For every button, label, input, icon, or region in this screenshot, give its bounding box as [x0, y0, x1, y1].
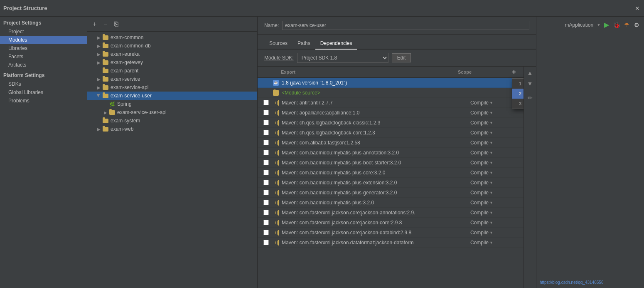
debug-icon: 🐞 [613, 22, 620, 28]
dep-checkbox[interactable] [263, 100, 269, 105]
sidebar-item-project[interactable]: Project [0, 27, 87, 36]
tree-item-exam-getewey[interactable]: ▶ exam-getewey [87, 58, 257, 67]
dep-check[interactable] [261, 200, 271, 205]
dep-checkbox[interactable] [263, 190, 269, 195]
dep-scope-mybatis-generator: Compile ▼ [470, 190, 520, 196]
tab-paths[interactable]: Paths [293, 38, 315, 50]
add-dep-button[interactable]: + [512, 68, 516, 75]
dep-check[interactable] [261, 240, 271, 245]
remove-module-button[interactable]: − [101, 20, 110, 28]
dep-checkbox[interactable] [263, 230, 269, 235]
tree-item-spring[interactable]: 🌿 Spring [87, 100, 257, 108]
dep-check[interactable] [261, 110, 271, 115]
edit-dep-button[interactable]: ✏ [526, 93, 535, 102]
sidebar-item-sdks[interactable]: SDKs [0, 80, 87, 88]
tree-label: Spring [117, 101, 132, 107]
dep-checkbox[interactable] [263, 180, 269, 185]
tree-label: exam-common [111, 35, 143, 40]
dep-row-mybatis-extension[interactable]: Maven: com.baomidou:mybatis-plus-extensi… [258, 178, 524, 188]
move-up-button[interactable]: ▲ [526, 68, 535, 77]
dep-check[interactable] [261, 180, 271, 185]
sdk-select[interactable]: Project SDK 1.8 [297, 53, 388, 63]
dep-row-logback-core[interactable]: Maven: ch.qos.logback:logback-core:1.2.3… [258, 128, 524, 138]
sidebar-item-global-libraries[interactable]: Global Libraries [0, 88, 87, 97]
dep-row-antlr[interactable]: Maven: antlr:antlr:2.7.7 Compile ▼ [258, 98, 524, 108]
dep-check[interactable] [261, 120, 271, 125]
dep-check[interactable] [261, 190, 271, 195]
add-module-button[interactable]: + [91, 20, 99, 28]
run-button[interactable]: ▶ [602, 21, 611, 29]
dep-checkbox[interactable] [263, 130, 269, 135]
tree-item-exam-common-db[interactable]: ▶ exam-common-db [87, 42, 257, 50]
dep-check[interactable] [261, 160, 271, 165]
sidebar-item-problems[interactable]: Problems [0, 97, 87, 105]
tab-sources[interactable]: Sources [264, 38, 293, 50]
tree-item-exam-service-user[interactable]: ▶ exam-service-user [87, 92, 257, 100]
coverage-button[interactable]: ☂ [622, 21, 631, 29]
tree-item-exam-parent[interactable]: ▶ exam-parent [87, 67, 257, 75]
dep-row-jackson-annotations[interactable]: Maven: com.fasterxml.jackson.core:jackso… [258, 208, 524, 218]
tree-label: exam-parent [111, 68, 138, 74]
sidebar-item-libraries[interactable]: Libraries [0, 44, 87, 52]
far-right-panel: mApplication ▼ ▶ 🐞 ☂ ⚙ https://blog.csdn… [536, 17, 644, 288]
dep-row-mybatis-generator[interactable]: Maven: com.baomidou:mybatis-plus-generat… [258, 188, 524, 198]
sdk-edit-button[interactable]: Edit [392, 53, 411, 62]
copy-module-button[interactable]: ⎘ [112, 20, 120, 28]
dep-row-jackson-dataformat[interactable]: Maven: com.fasterxml.jackson.dataformat:… [258, 238, 524, 248]
tree-item-exam-eureka[interactable]: ▶ exam-eureka [87, 50, 257, 58]
dep-checkbox[interactable] [263, 240, 269, 245]
dep-check[interactable] [261, 170, 271, 175]
dep-row-mybatis-plus[interactable]: Maven: com.baomidou:mybatis-plus:3.2.0 C… [258, 198, 524, 208]
dep-row-aopalliance[interactable]: Maven: aopalliance:aopalliance:1.0 Compi… [258, 108, 524, 118]
dep-row-jdk[interactable]: ☕ 1.8 (java version "1.8.0_201") [258, 78, 524, 88]
run-icon: ▶ [604, 21, 609, 29]
move-down-button[interactable]: ▼ [526, 79, 535, 88]
tree-item-exam-service-user-api[interactable]: ▶ exam-service-user-api [87, 108, 257, 117]
sidebar-item-modules[interactable]: Modules [0, 36, 87, 44]
dep-row-jackson-databind[interactable]: Maven: com.fasterxml.jackson.core:jackso… [258, 228, 524, 238]
dep-row-mybatis-core[interactable]: Maven: com.baomidou:mybatis-plus-core:3.… [258, 168, 524, 178]
dropdown-item-jars[interactable]: 1 JARs or directories... [512, 79, 524, 89]
debug-button[interactable]: 🐞 [612, 21, 621, 29]
dropdown-item-library[interactable]: 2 Library... [512, 89, 524, 99]
dep-row-jackson-core[interactable]: Maven: com.fasterxml.jackson.core:jackso… [258, 218, 524, 228]
right-action-panel: ▲ ▼ ✏ [524, 67, 536, 288]
close-button[interactable]: ✕ [634, 5, 641, 12]
dep-row-logback-classic[interactable]: Maven: ch.qos.logback:logback-classic:1.… [258, 118, 524, 128]
tree-item-exam-web[interactable]: ▶ exam-web [87, 125, 257, 133]
dep-name-mybatis-extension: Maven: com.baomidou:mybatis-plus-extensi… [282, 180, 470, 186]
tree-label: exam-service-user-api [117, 109, 167, 115]
dep-row-fastjson[interactable]: Maven: com.alibaba:fastjson:1.2.58 Compi… [258, 138, 524, 148]
sidebar-item-facets[interactable]: Facets [0, 52, 87, 61]
dep-check[interactable] [261, 150, 271, 155]
dep-checkbox[interactable] [263, 220, 269, 225]
tree-item-exam-service[interactable]: ▶ exam-service [87, 75, 257, 83]
dep-checkbox[interactable] [263, 210, 269, 215]
dep-check[interactable] [261, 100, 271, 105]
dep-checkbox[interactable] [263, 110, 269, 115]
dep-check[interactable] [261, 130, 271, 135]
dep-check[interactable] [261, 210, 271, 215]
dep-checkbox[interactable] [263, 150, 269, 155]
dep-checkbox[interactable] [263, 120, 269, 125]
dep-checkbox[interactable] [263, 200, 269, 205]
dep-checkbox[interactable] [263, 160, 269, 165]
profile-button[interactable]: ⚙ [632, 21, 641, 29]
tab-dependencies[interactable]: Dependencies [315, 38, 357, 50]
dep-check[interactable] [261, 220, 271, 225]
dropdown-item-module-dep[interactable]: 3 Module Dependency... [512, 99, 524, 109]
name-input[interactable] [282, 21, 529, 30]
project-settings-label: Project Settings [0, 17, 87, 27]
dep-row-mybatis-annotation[interactable]: Maven: com.baomidou:mybatis-plus-annotat… [258, 148, 524, 158]
maven-dep-icon [271, 230, 281, 236]
tree-item-exam-common[interactable]: ▶ exam-common [87, 33, 257, 42]
tree-item-exam-system[interactable]: ▶ exam-system [87, 117, 257, 125]
dep-row-module-source[interactable]: <Module source> [258, 88, 524, 98]
tree-item-exam-service-api[interactable]: ▶ exam-service-api [87, 83, 257, 92]
dep-checkbox[interactable] [263, 170, 269, 175]
dep-check[interactable] [261, 230, 271, 235]
dep-checkbox[interactable] [263, 140, 269, 145]
sidebar-item-artifacts[interactable]: Artifacts [0, 61, 87, 69]
dep-row-mybatis-boot-starter[interactable]: Maven: com.baomidou:mybatis-plus-boot-st… [258, 158, 524, 168]
dep-check[interactable] [261, 140, 271, 145]
